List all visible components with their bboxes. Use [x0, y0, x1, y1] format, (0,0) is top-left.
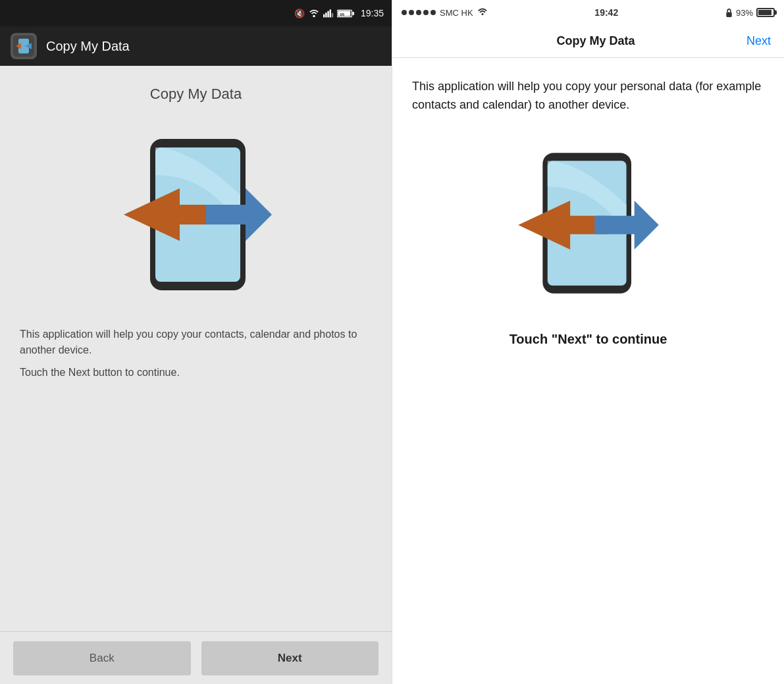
ios-time: 19:42 [594, 7, 618, 18]
android-description: This application will help you copy your… [20, 327, 372, 358]
android-app-title: Copy My Data [150, 86, 242, 103]
ios-instruction: Touch "Next" to continue [412, 332, 764, 367]
svg-rect-19 [726, 12, 731, 16]
svg-rect-5 [332, 13, 333, 17]
svg-rect-2 [325, 13, 327, 17]
android-instruction: Touch the Next button to continue. [20, 365, 372, 381]
ios-battery-percent: 93% [736, 8, 753, 18]
ios-wifi-icon [477, 7, 488, 18]
android-time: 19:35 [361, 8, 384, 18]
ios-panel: SMC HK 19:42 93% Copy My Data [392, 0, 784, 684]
svg-rect-4 [330, 9, 331, 17]
android-panel: 🔇 96 19:35 [0, 0, 392, 684]
app-icon [11, 33, 37, 59]
ios-dot-1 [402, 10, 407, 15]
svg-text:96: 96 [340, 12, 344, 16]
ios-carrier: SMC HK [440, 8, 473, 18]
mute-icon: 🔇 [294, 9, 305, 18]
svg-point-18 [481, 13, 483, 15]
wifi-icon [308, 9, 320, 18]
ios-signal-dots [402, 10, 436, 15]
lock-icon [725, 9, 733, 17]
svg-rect-7 [352, 11, 354, 14]
next-button[interactable]: Next [201, 641, 379, 675]
ios-signal-area: SMC HK [402, 7, 488, 18]
ios-status-bar: SMC HK 19:42 93% [392, 0, 784, 25]
svg-rect-1 [323, 14, 325, 18]
android-content: Copy My Data This application will help … [0, 66, 392, 631]
ios-next-button[interactable]: Next [746, 34, 771, 48]
svg-rect-3 [327, 11, 328, 18]
ios-phone-illustration [503, 134, 674, 312]
android-status-bar: 🔇 96 19:35 [0, 0, 392, 26]
back-button[interactable]: Back [13, 641, 191, 675]
ios-dot-4 [423, 10, 429, 15]
ios-nav-bar: Copy My Data Next [392, 25, 784, 58]
ios-battery-fill [758, 10, 771, 15]
android-phone-illustration [104, 122, 288, 307]
battery-icon: 96 [337, 9, 354, 18]
ios-dot-5 [431, 10, 436, 15]
ios-dot-2 [409, 10, 414, 15]
android-toolbar-title: Copy My Data [46, 39, 130, 54]
ios-nav-title: Copy My Data [556, 34, 635, 48]
android-status-icons: 🔇 96 [294, 9, 354, 18]
ios-battery-icon [756, 8, 775, 17]
signal-icon [323, 9, 334, 18]
svg-point-0 [313, 15, 315, 18]
android-toolbar: Copy My Data [0, 26, 392, 66]
ios-battery-area: 93% [725, 8, 775, 18]
android-bottom-buttons: Back Next [0, 631, 392, 684]
ios-content: This application will help you copy your… [392, 58, 784, 684]
ios-description: This application will help you copy your… [412, 78, 764, 115]
ios-dot-3 [416, 10, 421, 15]
